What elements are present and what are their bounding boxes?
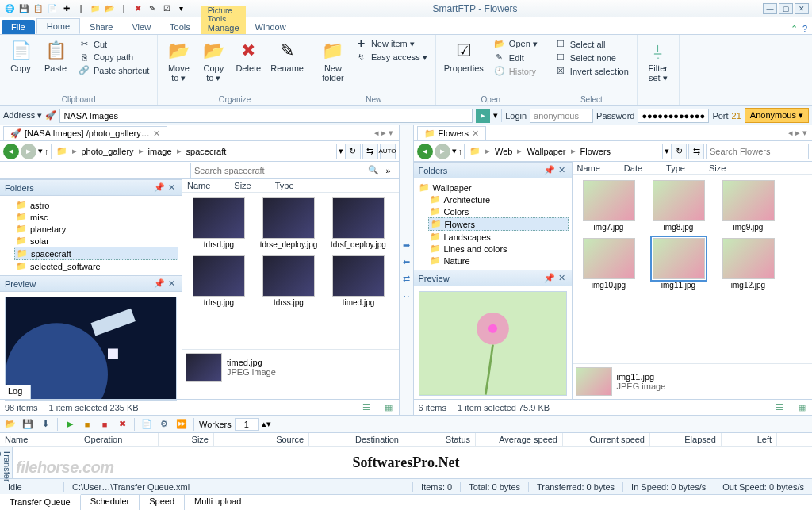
transfer-equal-icon[interactable]: ∷ — [404, 290, 409, 301]
tq-column[interactable]: Left — [722, 433, 777, 446]
up-button[interactable]: ↑ — [44, 147, 49, 156]
log-tab[interactable]: Log — [0, 385, 31, 399]
right-pane-tab[interactable]: 📁 Flowers ✕ — [417, 126, 487, 140]
qat-copy-icon[interactable]: 📋 — [32, 2, 44, 15]
copy-button[interactable]: 📄Copy — [5, 36, 36, 75]
qat-props-icon[interactable]: ☑ — [160, 2, 173, 15]
thumbnail[interactable]: img10.jpg — [577, 238, 641, 290]
col-size[interactable]: Size — [709, 163, 726, 173]
tq-side-tab[interactable]: Transfer Queue — [0, 447, 13, 478]
open-button[interactable]: 📂Open ▾ — [490, 38, 541, 50]
crumb-dropdown[interactable]: ▾ — [339, 146, 343, 156]
col-date[interactable]: Date — [624, 163, 642, 173]
tree-item[interactable]: 📁solar — [14, 235, 178, 247]
rename-button[interactable]: ✎Rename — [267, 36, 307, 75]
workers-stepper[interactable]: ▴▾ — [262, 419, 271, 429]
thumbnail[interactable]: tdrsd.jpg — [187, 197, 251, 249]
left-breadcrumb[interactable]: 📁▸ photo_gallery▸ image▸ spacecraft — [51, 144, 337, 159]
qat-open-icon[interactable]: 📂 — [103, 2, 116, 15]
select-all-button[interactable]: ☐Select all — [551, 38, 632, 50]
crumb-dropdown[interactable]: ▾ — [665, 146, 669, 156]
edit-button[interactable]: ✎Edit — [490, 52, 541, 63]
thumbnail[interactable]: img11.jpg — [647, 238, 710, 290]
tq-pause-icon[interactable]: ■ — [80, 417, 94, 431]
qat-rename-icon[interactable]: ✎ — [146, 2, 159, 15]
crumb[interactable]: spacecraft — [183, 147, 230, 156]
close-panel-icon[interactable]: ✕ — [167, 278, 177, 289]
go-button[interactable]: ▸ — [476, 109, 490, 123]
transfer-left-icon[interactable]: ⬅ — [403, 257, 410, 267]
workers-input[interactable] — [235, 418, 259, 431]
thumbnail[interactable]: img7.jpg — [577, 180, 641, 232]
tab-nav[interactable]: ◂ ▸ ▾ — [783, 128, 812, 138]
tree-item[interactable]: 📁Nature — [428, 255, 569, 267]
tree-item[interactable]: 📁Lines and colors — [428, 243, 569, 255]
ribbon-collapse-icon[interactable]: ⌃ — [791, 24, 798, 34]
tq-column[interactable]: Source — [214, 433, 309, 446]
up-button[interactable]: ↑ — [458, 147, 463, 156]
crumb[interactable]: Wallpaper — [523, 147, 569, 156]
tab-window[interactable]: Window — [246, 20, 296, 34]
close-panel-icon[interactable]: ✕ — [557, 165, 567, 175]
qat-delete-icon[interactable]: ✖ — [132, 2, 144, 15]
tq-export-icon[interactable]: ⬇ — [38, 417, 52, 431]
sync-button[interactable]: ⇆ — [688, 144, 704, 159]
tq-settings-icon[interactable]: ⚙ — [157, 417, 171, 431]
help-icon[interactable]: ? — [802, 24, 807, 34]
tq-open-icon[interactable]: 📂 — [3, 417, 17, 431]
close-icon[interactable]: ✕ — [472, 128, 479, 139]
refresh-button[interactable]: ↻ — [671, 144, 687, 159]
forward-button[interactable]: ▸ — [21, 144, 36, 159]
tq-column[interactable]: Average speed — [476, 433, 563, 446]
pin-icon[interactable]: 📌 — [542, 273, 557, 283]
maximize-button[interactable]: ▢ — [779, 3, 793, 14]
tq-column[interactable]: Status — [404, 433, 476, 446]
tq-column[interactable]: Elapsed — [650, 433, 722, 446]
select-none-button[interactable]: ☐Select none — [551, 52, 632, 63]
close-panel-icon[interactable]: ✕ — [557, 273, 567, 283]
right-breadcrumb[interactable]: 📁▸ Web▸ Wallpaper▸ Flowers — [464, 144, 663, 159]
crumb[interactable]: Flowers — [577, 147, 615, 156]
back-button[interactable]: ◂ — [417, 144, 433, 159]
view-details-icon[interactable]: ☰ — [774, 402, 785, 412]
address-input[interactable] — [59, 109, 473, 123]
col-size[interactable]: Size — [234, 181, 251, 190]
tab-nav[interactable]: ◂ ▸ ▾ — [370, 128, 398, 138]
bottom-tab[interactable]: Scheduler — [81, 495, 140, 510]
col-type[interactable]: Type — [275, 181, 294, 190]
qat-paste-icon[interactable]: 📄 — [46, 2, 59, 15]
tq-log-icon[interactable]: 📄 — [140, 417, 154, 431]
invert-selection-button[interactable]: ☒Invert selection — [551, 65, 632, 77]
tq-column[interactable]: Name — [0, 433, 79, 446]
pin-icon[interactable]: 📌 — [152, 278, 167, 289]
thumbnail[interactable]: tdrss.jpg — [257, 255, 320, 307]
transfer-right-icon[interactable]: ➡ — [403, 240, 410, 251]
tree-item[interactable]: 📁planetary — [14, 223, 178, 235]
history-dropdown[interactable]: ▾ — [452, 146, 457, 156]
thumbnail[interactable]: img12.jpg — [717, 238, 780, 290]
qat-folder-icon[interactable]: 📁 — [89, 2, 102, 15]
crumb[interactable]: image — [145, 147, 175, 156]
close-panel-icon[interactable]: ✕ — [167, 182, 177, 193]
tab-home[interactable]: Home — [36, 18, 80, 34]
new-item-button[interactable]: ✚New item ▾ — [352, 38, 431, 50]
tab-view[interactable]: View — [122, 20, 160, 34]
address-menu[interactable]: ▾ — [493, 110, 498, 121]
tq-column[interactable]: Operation — [79, 433, 159, 446]
tq-start-icon[interactable]: ▶ — [63, 417, 77, 431]
col-type[interactable]: Type — [666, 163, 685, 173]
tab-file[interactable]: File — [2, 20, 35, 34]
back-button[interactable]: ◂ — [3, 144, 19, 159]
anonymous-button[interactable]: Anonymous ▾ — [745, 108, 809, 123]
tq-column[interactable]: Current speed — [563, 433, 650, 446]
qat-save-icon[interactable]: 💾 — [17, 2, 30, 15]
crumb[interactable]: Web — [492, 147, 515, 156]
tree-item[interactable]: 📁spacecraft — [14, 247, 178, 260]
minimize-button[interactable]: — — [763, 3, 777, 14]
thumbnail[interactable]: tdrsf_deploy.jpg — [327, 197, 390, 249]
tree-item[interactable]: 📁Colors — [428, 205, 569, 217]
tree-item[interactable]: 📁Flowers — [428, 217, 569, 231]
thumbnail[interactable]: tdrse_deploy.jpg — [257, 197, 320, 249]
tab-tools[interactable]: Tools — [160, 20, 200, 34]
thumbnail[interactable]: tdrsg.jpg — [187, 255, 251, 307]
